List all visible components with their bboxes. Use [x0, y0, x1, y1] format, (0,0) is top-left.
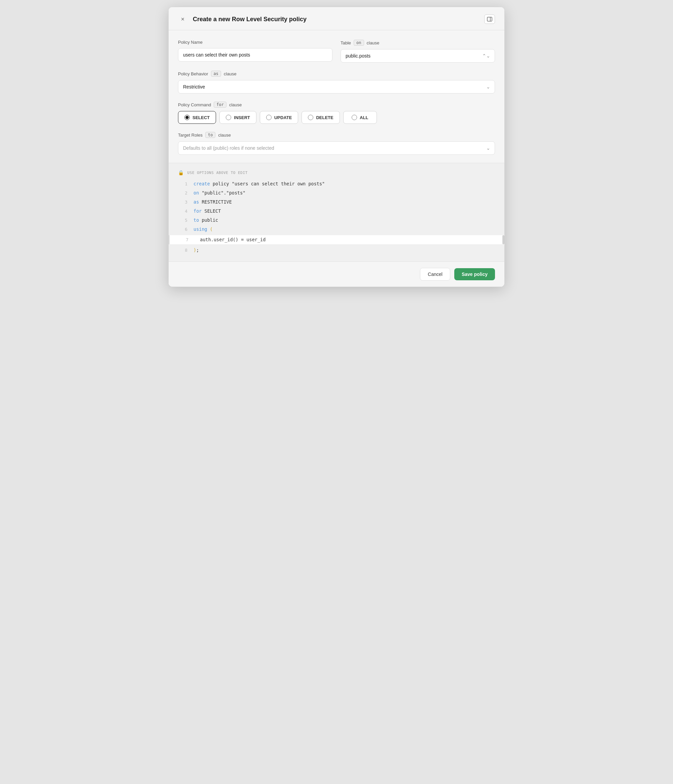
dialog-footer: Cancel Save policy: [169, 261, 504, 287]
collapse-icon: [487, 17, 492, 22]
command-update-option[interactable]: UPDATE: [260, 111, 298, 124]
code-line-2: 2 on "public"."posts": [169, 188, 504, 198]
code-editor: 1 create policy "users can select their …: [169, 179, 504, 261]
code-line-8: 8 );: [169, 246, 504, 255]
policy-behavior-select[interactable]: Restrictive Permissive: [178, 80, 495, 93]
command-select-option[interactable]: SELECT: [178, 111, 216, 124]
policy-name-input[interactable]: [178, 48, 333, 62]
target-roles-select[interactable]: Defaults to all (public) roles if none s…: [178, 141, 495, 155]
command-select-radio[interactable]: [184, 115, 190, 120]
cancel-button[interactable]: Cancel: [420, 268, 450, 281]
table-label: Table on clause: [340, 40, 495, 46]
command-insert-radio[interactable]: [226, 115, 231, 120]
collapse-button[interactable]: [484, 14, 495, 24]
code-line-4: 4 for SELECT: [169, 207, 504, 216]
target-roles-select-wrapper: Defaults to all (public) roles if none s…: [178, 141, 495, 155]
scrollbar-thumb: [502, 235, 504, 244]
command-delete-radio[interactable]: [308, 115, 313, 120]
form-row-1: Policy Name Table on clause public.posts…: [178, 40, 495, 62]
code-section: 🔒 USE OPTIONS ABOVE TO EDIT 1 create pol…: [169, 163, 504, 261]
command-update-radio[interactable]: [266, 115, 272, 120]
table-select-wrapper: public.posts ⌃⌄: [340, 49, 495, 62]
policy-command-group: Policy Command for clause SELECT INSERT …: [178, 102, 495, 124]
code-line-5: 5 to public: [169, 216, 504, 225]
command-radio-group: SELECT INSERT UPDATE DELETE ALL: [178, 111, 495, 124]
for-badge: for: [214, 102, 227, 108]
target-roles-group: Target Roles to clause Defaults to all (…: [178, 132, 495, 155]
policy-name-group: Policy Name: [178, 40, 333, 62]
table-group: Table on clause public.posts ⌃⌄: [340, 40, 495, 62]
command-insert-option[interactable]: INSERT: [219, 111, 256, 124]
policy-behavior-select-wrapper: Restrictive Permissive ⌄: [178, 80, 495, 93]
svg-rect-0: [487, 17, 492, 21]
policy-behavior-label: Policy Behavior as clause: [178, 71, 495, 77]
to-badge: to: [205, 132, 215, 138]
on-badge: on: [354, 40, 364, 46]
policy-command-label: Policy Command for clause: [178, 102, 495, 108]
code-line-1: 1 create policy "users can select their …: [169, 179, 504, 188]
table-select[interactable]: public.posts: [340, 49, 495, 62]
rls-policy-dialog: × Create a new Row Level Security policy…: [168, 7, 505, 287]
code-line-7: 7 auth.user_id() = user_id: [169, 235, 504, 244]
dialog-header: × Create a new Row Level Security policy: [169, 7, 504, 30]
command-delete-option[interactable]: DELETE: [302, 111, 340, 124]
code-hint: 🔒 USE OPTIONS ABOVE TO EDIT: [169, 170, 504, 179]
command-all-option[interactable]: ALL: [343, 111, 377, 124]
header-left: × Create a new Row Level Security policy: [178, 14, 306, 24]
dialog-body: Policy Name Table on clause public.posts…: [169, 30, 504, 155]
dialog-title: Create a new Row Level Security policy: [193, 16, 306, 23]
policy-name-label: Policy Name: [178, 40, 333, 45]
close-button[interactable]: ×: [178, 14, 187, 24]
target-roles-label: Target Roles to clause: [178, 132, 495, 138]
command-all-radio[interactable]: [352, 115, 357, 120]
lock-icon: 🔒: [178, 170, 184, 175]
as-badge: as: [211, 71, 221, 77]
save-policy-button[interactable]: Save policy: [454, 268, 495, 280]
policy-behavior-group: Policy Behavior as clause Restrictive Pe…: [178, 71, 495, 93]
code-line-6: 6 using (: [169, 225, 504, 234]
code-line-3: 3 as RESTRICTIVE: [169, 198, 504, 207]
